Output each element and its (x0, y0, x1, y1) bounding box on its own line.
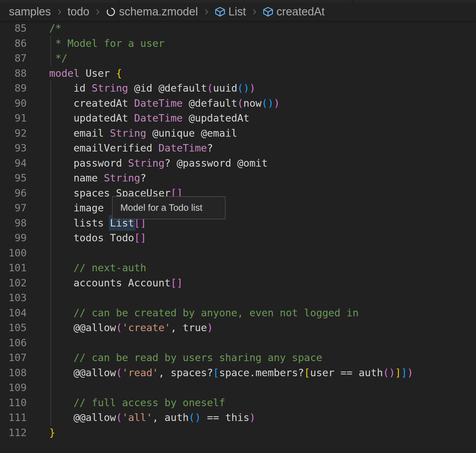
indent-guide (50, 126, 51, 141)
code-token: model (49, 67, 79, 79)
code-token: uuid (213, 82, 237, 94)
line-number: 109 (0, 380, 27, 395)
code-line-111[interactable]: 111 @@allow('all', auth() == this) (0, 410, 476, 425)
code-token: String (110, 127, 146, 139)
breadcrumb-item-list[interactable]: List (215, 5, 246, 18)
code-line-102[interactable]: 102 accounts Account[] (0, 275, 476, 291)
code-token: ) (274, 97, 279, 109)
code-line-86[interactable]: 86 * Model for a user (0, 36, 476, 51)
code-token: email (49, 127, 110, 139)
breadcrumb-item-schema-zmodel[interactable]: schema.zmodel (106, 5, 198, 18)
indent-guide (50, 260, 51, 275)
code-token: ( (237, 97, 243, 109)
breadcrumb-item-todo[interactable]: todo (68, 5, 90, 18)
code-token: ? @password @omit (164, 157, 268, 169)
chevron-right-icon (250, 7, 259, 16)
code-line-87[interactable]: 87 */ (0, 51, 476, 66)
code-token: [] (170, 277, 183, 289)
line-number: 91 (0, 111, 27, 126)
code-text: /* (49, 21, 61, 36)
code-token: updatedAt (49, 112, 134, 124)
code-token: ( (116, 367, 122, 379)
line-number: 88 (0, 66, 27, 81)
line-number: 89 (0, 81, 27, 96)
code-line-99[interactable]: 99 todos Todo[] (0, 230, 476, 245)
tab-separator (119, 0, 120, 3)
code-token: { (116, 67, 122, 79)
line-number: 96 (0, 186, 27, 201)
line-number: 104 (0, 305, 27, 320)
breadcrumb-label: createdAt (277, 5, 325, 18)
code-token: // can be created by anyone, even not lo… (49, 307, 359, 319)
code-line-96[interactable]: 96 spaces SpaceUser[] (0, 186, 476, 201)
code-token: createdAt (49, 97, 134, 109)
code-token: DateTime (134, 112, 183, 124)
loading-spinner-icon (106, 7, 116, 17)
code-line-104[interactable]: 104 // can be created by anyone, even no… (0, 305, 476, 320)
code-line-103[interactable]: 103 (0, 290, 476, 305)
code-token: [ (213, 367, 219, 379)
vscode-editor-window: samplestodoschema.zmodelListcreatedAt Mo… (0, 0, 476, 453)
indent-guide (50, 36, 51, 51)
code-line-101[interactable]: 101 // next-auth (0, 260, 476, 275)
hover-tooltip: Model for a Todo list (112, 196, 226, 219)
code-token: ( (207, 82, 213, 94)
code-line-100[interactable]: 100 (0, 245, 476, 261)
indent-guide (50, 275, 51, 291)
code-line-91[interactable]: 91 updatedAt DateTime @updatedAt (0, 111, 476, 126)
breadcrumb-item-createdat[interactable]: createdAt (263, 5, 325, 18)
code-line-110[interactable]: 110 // full access by oneself (0, 395, 476, 410)
code-line-107[interactable]: 107 // can be read by users sharing any … (0, 350, 476, 365)
code-token: String (92, 82, 128, 94)
code-token: now (243, 97, 261, 109)
code-editor[interactable]: Model for a Todo list 85/*86 * Model for… (0, 21, 476, 440)
code-line-97[interactable]: 97 image (0, 200, 476, 216)
code-line-105[interactable]: 105 @@allow('create', true) (0, 320, 476, 335)
code-line-108[interactable]: 108 @@allow('read', spaces?[space.member… (0, 365, 476, 380)
chevron-right-icon (55, 7, 64, 16)
code-token: ) (407, 367, 413, 379)
code-line-106[interactable]: 106 (0, 335, 476, 350)
code-line-90[interactable]: 90 createdAt DateTime @default(now()) (0, 96, 476, 111)
code-token: name (49, 172, 104, 184)
indent-guide (50, 96, 51, 111)
code-line-93[interactable]: 93 emailVerified DateTime? (0, 141, 476, 156)
code-line-109[interactable]: 109 (0, 380, 476, 395)
code-line-92[interactable]: 92 email String @unique @email (0, 126, 476, 141)
code-line-88[interactable]: 88model User { (0, 66, 476, 81)
code-line-95[interactable]: 95 name String? (0, 170, 476, 186)
code-token: DateTime (134, 97, 183, 109)
code-text: accounts Account[] (49, 275, 183, 291)
indent-guide (50, 51, 51, 66)
line-number: 101 (0, 260, 27, 275)
code-line-89[interactable]: 89 id String @id @default(uuid()) (0, 81, 476, 96)
code-text: // full access by oneself (49, 395, 225, 410)
code-line-85[interactable]: 85/* (0, 21, 476, 36)
code-token: ] (395, 367, 401, 379)
code-token: ] (401, 367, 407, 379)
tab-separator (244, 0, 245, 3)
code-token: // can be read by users sharing any spac… (49, 352, 322, 363)
line-number: 86 (0, 36, 27, 51)
code-text: @@allow('all', auth() == this) (49, 410, 255, 425)
line-number: 100 (0, 245, 27, 261)
indent-guide (50, 186, 51, 201)
code-text: password String? @password @omit (49, 156, 268, 171)
code-line-94[interactable]: 94 password String? @password @omit (0, 156, 476, 171)
line-number: 87 (0, 51, 27, 66)
line-number: 93 (0, 141, 27, 156)
code-token: @@allow (49, 322, 116, 334)
code-token: == this (201, 411, 250, 423)
code-text: // next-auth (49, 260, 146, 275)
code-line-98[interactable]: 98 lists List[] (0, 216, 476, 231)
indent-guide (50, 200, 51, 216)
breadcrumb-item-samples[interactable]: samples (9, 5, 51, 18)
code-line-112[interactable]: 112} (0, 425, 476, 440)
line-number: 111 (0, 410, 27, 425)
code-text: email String @unique @email (49, 126, 237, 141)
line-number: 98 (0, 216, 27, 231)
code-token: ? (207, 142, 213, 154)
code-text: } (49, 425, 55, 440)
indent-guide (50, 380, 51, 395)
indent-guide (50, 141, 51, 156)
